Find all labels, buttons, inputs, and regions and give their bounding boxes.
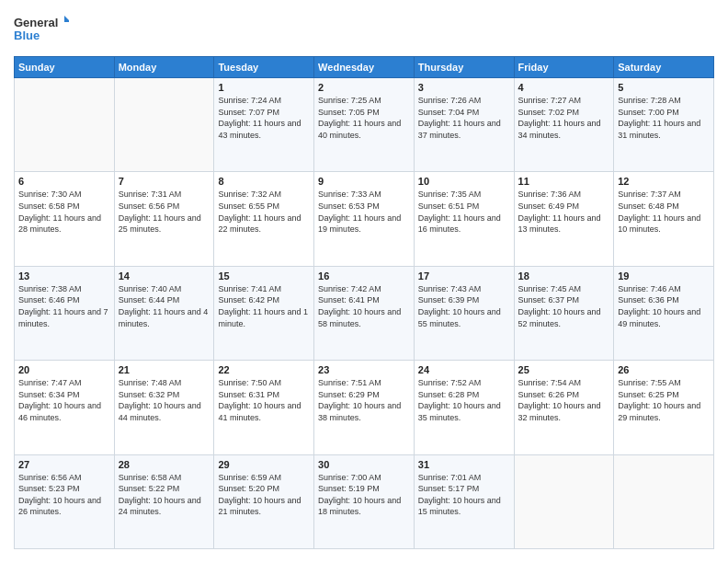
day-content: Sunrise: 7:38 AM Sunset: 6:46 PM Dayligh… bbox=[18, 283, 110, 329]
day-number: 8 bbox=[218, 176, 310, 187]
day-cell: 1Sunrise: 7:24 AM Sunset: 7:07 PM Daylig… bbox=[214, 78, 314, 172]
day-content: Sunrise: 6:58 AM Sunset: 5:22 PM Dayligh… bbox=[119, 472, 210, 518]
day-cell: 30Sunrise: 7:00 AM Sunset: 5:19 PM Dayli… bbox=[314, 454, 415, 548]
day-cell: 22Sunrise: 7:50 AM Sunset: 6:31 PM Dayli… bbox=[214, 361, 314, 454]
day-number: 28 bbox=[119, 459, 210, 470]
day-number: 3 bbox=[418, 82, 510, 93]
day-cell: 9Sunrise: 7:33 AM Sunset: 6:53 PM Daylig… bbox=[314, 172, 415, 266]
day-number: 13 bbox=[18, 270, 110, 282]
day-cell: 27Sunrise: 6:56 AM Sunset: 5:23 PM Dayli… bbox=[15, 454, 115, 548]
day-number: 15 bbox=[218, 270, 310, 282]
day-number: 23 bbox=[318, 364, 410, 375]
day-cell bbox=[15, 78, 115, 172]
column-header-saturday: Saturday bbox=[614, 57, 714, 78]
day-cell: 13Sunrise: 7:38 AM Sunset: 6:46 PM Dayli… bbox=[15, 266, 115, 360]
day-number: 7 bbox=[119, 176, 210, 187]
day-content: Sunrise: 7:51 AM Sunset: 6:29 PM Dayligh… bbox=[318, 377, 410, 423]
day-number: 24 bbox=[418, 364, 510, 375]
week-row-1: 1Sunrise: 7:24 AM Sunset: 7:07 PM Daylig… bbox=[15, 78, 714, 172]
day-number: 17 bbox=[418, 270, 510, 282]
day-content: Sunrise: 7:24 AM Sunset: 7:07 PM Dayligh… bbox=[218, 95, 310, 141]
column-header-monday: Monday bbox=[114, 57, 214, 78]
day-cell: 2Sunrise: 7:25 AM Sunset: 7:05 PM Daylig… bbox=[314, 78, 415, 172]
column-header-tuesday: Tuesday bbox=[214, 57, 314, 78]
day-cell bbox=[114, 78, 214, 172]
day-number: 5 bbox=[618, 82, 710, 93]
day-cell: 28Sunrise: 6:58 AM Sunset: 5:22 PM Dayli… bbox=[114, 454, 214, 548]
day-content: Sunrise: 6:56 AM Sunset: 5:23 PM Dayligh… bbox=[18, 472, 110, 518]
day-content: Sunrise: 6:59 AM Sunset: 5:20 PM Dayligh… bbox=[218, 472, 310, 518]
day-content: Sunrise: 7:50 AM Sunset: 6:31 PM Dayligh… bbox=[218, 377, 310, 423]
day-content: Sunrise: 7:25 AM Sunset: 7:05 PM Dayligh… bbox=[318, 95, 410, 141]
column-header-friday: Friday bbox=[514, 57, 614, 78]
day-cell: 15Sunrise: 7:41 AM Sunset: 6:42 PM Dayli… bbox=[214, 266, 314, 360]
day-cell: 31Sunrise: 7:01 AM Sunset: 5:17 PM Dayli… bbox=[414, 454, 514, 548]
day-number: 25 bbox=[518, 364, 610, 375]
day-content: Sunrise: 7:42 AM Sunset: 6:41 PM Dayligh… bbox=[318, 283, 410, 329]
day-number: 21 bbox=[119, 364, 210, 375]
day-content: Sunrise: 7:33 AM Sunset: 6:53 PM Dayligh… bbox=[318, 189, 410, 235]
week-row-5: 27Sunrise: 6:56 AM Sunset: 5:23 PM Dayli… bbox=[15, 454, 714, 548]
day-number: 30 bbox=[318, 459, 410, 470]
day-cell: 18Sunrise: 7:45 AM Sunset: 6:37 PM Dayli… bbox=[514, 266, 614, 360]
day-number: 9 bbox=[318, 176, 410, 187]
week-row-3: 13Sunrise: 7:38 AM Sunset: 6:46 PM Dayli… bbox=[15, 266, 714, 360]
calendar-page: General Blue SundayMondayTuesdayWednesda… bbox=[0, 0, 728, 563]
header-row: SundayMondayTuesdayWednesdayThursdayFrid… bbox=[15, 57, 714, 78]
day-number: 2 bbox=[318, 82, 410, 93]
day-content: Sunrise: 7:36 AM Sunset: 6:49 PM Dayligh… bbox=[518, 189, 610, 235]
day-cell: 11Sunrise: 7:36 AM Sunset: 6:49 PM Dayli… bbox=[514, 172, 614, 266]
day-number: 4 bbox=[518, 82, 610, 93]
day-cell: 23Sunrise: 7:51 AM Sunset: 6:29 PM Dayli… bbox=[314, 361, 415, 454]
day-cell: 17Sunrise: 7:43 AM Sunset: 6:39 PM Dayli… bbox=[414, 266, 514, 360]
day-cell: 7Sunrise: 7:31 AM Sunset: 6:56 PM Daylig… bbox=[114, 172, 214, 266]
day-content: Sunrise: 7:48 AM Sunset: 6:32 PM Dayligh… bbox=[119, 377, 210, 423]
day-content: Sunrise: 7:43 AM Sunset: 6:39 PM Dayligh… bbox=[418, 283, 510, 329]
day-cell: 16Sunrise: 7:42 AM Sunset: 6:41 PM Dayli… bbox=[314, 266, 415, 360]
week-row-4: 20Sunrise: 7:47 AM Sunset: 6:34 PM Dayli… bbox=[15, 361, 714, 454]
day-content: Sunrise: 7:52 AM Sunset: 6:28 PM Dayligh… bbox=[418, 377, 510, 423]
day-number: 18 bbox=[518, 270, 610, 282]
day-cell: 14Sunrise: 7:40 AM Sunset: 6:44 PM Dayli… bbox=[114, 266, 214, 360]
day-cell: 26Sunrise: 7:55 AM Sunset: 6:25 PM Dayli… bbox=[614, 361, 714, 454]
day-number: 22 bbox=[218, 364, 310, 375]
day-cell bbox=[614, 454, 714, 548]
day-content: Sunrise: 7:40 AM Sunset: 6:44 PM Dayligh… bbox=[119, 283, 210, 329]
day-number: 26 bbox=[618, 364, 710, 375]
day-number: 31 bbox=[418, 459, 510, 470]
day-cell: 4Sunrise: 7:27 AM Sunset: 7:02 PM Daylig… bbox=[514, 78, 614, 172]
day-content: Sunrise: 7:35 AM Sunset: 6:51 PM Dayligh… bbox=[418, 189, 510, 235]
day-content: Sunrise: 7:54 AM Sunset: 6:26 PM Dayligh… bbox=[518, 377, 610, 423]
calendar-table: SundayMondayTuesdayWednesdayThursdayFrid… bbox=[14, 56, 714, 549]
svg-marker-2 bbox=[64, 16, 69, 22]
logo-svg: General Blue bbox=[14, 14, 69, 47]
day-content: Sunrise: 7:41 AM Sunset: 6:42 PM Dayligh… bbox=[218, 283, 310, 329]
day-number: 20 bbox=[18, 364, 110, 375]
day-cell: 19Sunrise: 7:46 AM Sunset: 6:36 PM Dayli… bbox=[614, 266, 714, 360]
day-content: Sunrise: 7:47 AM Sunset: 6:34 PM Dayligh… bbox=[18, 377, 110, 423]
day-content: Sunrise: 7:32 AM Sunset: 6:55 PM Dayligh… bbox=[218, 189, 310, 235]
week-row-2: 6Sunrise: 7:30 AM Sunset: 6:58 PM Daylig… bbox=[15, 172, 714, 266]
day-number: 29 bbox=[218, 459, 310, 470]
logo: General Blue bbox=[14, 14, 69, 47]
day-content: Sunrise: 7:27 AM Sunset: 7:02 PM Dayligh… bbox=[518, 95, 610, 141]
svg-text:Blue: Blue bbox=[14, 29, 40, 42]
day-number: 10 bbox=[418, 176, 510, 187]
day-number: 27 bbox=[18, 459, 110, 470]
day-cell: 10Sunrise: 7:35 AM Sunset: 6:51 PM Dayli… bbox=[414, 172, 514, 266]
header: General Blue bbox=[14, 14, 714, 47]
day-content: Sunrise: 7:30 AM Sunset: 6:58 PM Dayligh… bbox=[18, 189, 110, 235]
day-number: 6 bbox=[18, 176, 110, 187]
day-cell: 25Sunrise: 7:54 AM Sunset: 6:26 PM Dayli… bbox=[514, 361, 614, 454]
day-cell: 3Sunrise: 7:26 AM Sunset: 7:04 PM Daylig… bbox=[414, 78, 514, 172]
day-content: Sunrise: 7:37 AM Sunset: 6:48 PM Dayligh… bbox=[618, 189, 710, 235]
day-content: Sunrise: 7:00 AM Sunset: 5:19 PM Dayligh… bbox=[318, 472, 410, 518]
day-content: Sunrise: 7:46 AM Sunset: 6:36 PM Dayligh… bbox=[618, 283, 710, 329]
day-cell: 20Sunrise: 7:47 AM Sunset: 6:34 PM Dayli… bbox=[15, 361, 115, 454]
day-number: 14 bbox=[119, 270, 210, 282]
day-number: 12 bbox=[618, 176, 710, 187]
day-cell: 24Sunrise: 7:52 AM Sunset: 6:28 PM Dayli… bbox=[414, 361, 514, 454]
column-header-thursday: Thursday bbox=[414, 57, 514, 78]
day-content: Sunrise: 7:26 AM Sunset: 7:04 PM Dayligh… bbox=[418, 95, 510, 141]
day-content: Sunrise: 7:45 AM Sunset: 6:37 PM Dayligh… bbox=[518, 283, 610, 329]
